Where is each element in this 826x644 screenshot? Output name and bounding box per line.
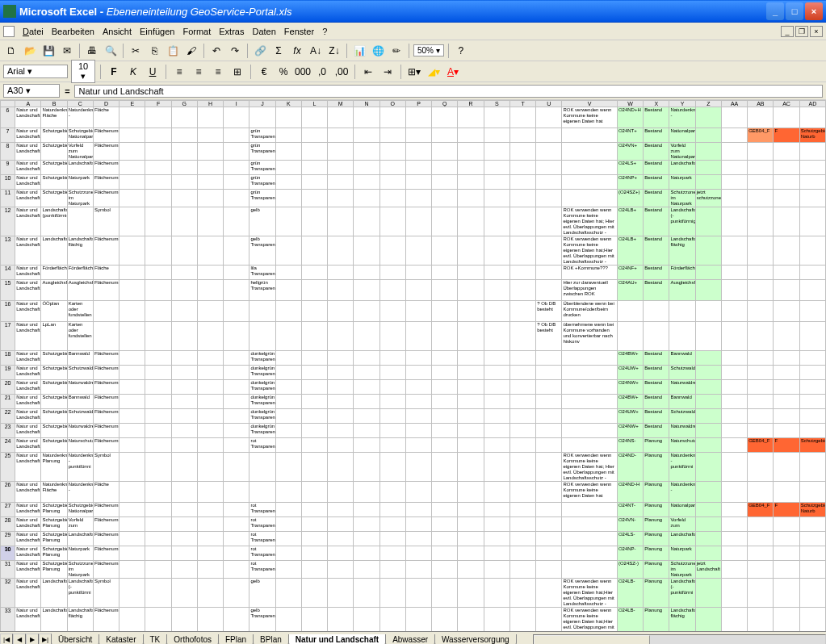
cell[interactable] [536, 351, 562, 366]
sort-asc-icon[interactable]: A↓ [308, 43, 324, 59]
tab-nav-last[interactable]: ▶| [39, 634, 52, 645]
cell[interactable]: Schutzgebiete [41, 438, 67, 453]
cell[interactable] [224, 207, 249, 236]
cell[interactable]: Landschaftsschutzgeb [67, 161, 93, 175]
cell[interactable] [458, 532, 484, 546]
cell[interactable] [799, 409, 825, 424]
cell[interactable] [774, 190, 799, 207]
cell[interactable] [748, 409, 774, 424]
cell[interactable]: (O24SZ-) [617, 561, 643, 579]
cell[interactable]: Natur und Landschaft [15, 503, 41, 517]
cell[interactable] [721, 546, 747, 561]
cell[interactable]: Bestand [644, 236, 669, 266]
cell[interactable] [354, 322, 379, 351]
cell[interactable] [799, 424, 825, 438]
cell[interactable] [432, 301, 458, 322]
cell[interactable] [509, 280, 535, 301]
cell[interactable] [432, 532, 458, 546]
cell[interactable] [748, 301, 774, 322]
cell[interactable] [171, 546, 197, 561]
cell[interactable] [249, 107, 275, 128]
cell[interactable] [536, 438, 562, 453]
cell[interactable] [119, 107, 145, 128]
cell[interactable] [774, 366, 799, 380]
row-header[interactable]: 25 [1, 453, 15, 482]
cell[interactable] [484, 207, 509, 236]
cell[interactable]: Nationalpark [669, 503, 695, 517]
cell[interactable]: ROK verwenden wenn Kommune keine eigenen… [562, 608, 618, 632]
cell[interactable] [432, 190, 458, 207]
cell[interactable] [695, 424, 721, 438]
cell[interactable] [354, 409, 379, 424]
col-header-M[interactable]: M [328, 101, 354, 107]
cell[interactable] [721, 143, 747, 161]
cell[interactable] [354, 395, 379, 409]
cell[interactable] [644, 322, 669, 351]
cell[interactable] [458, 503, 484, 517]
cell[interactable] [799, 351, 825, 366]
preview-icon[interactable]: 🔍 [103, 43, 119, 59]
cell[interactable] [484, 175, 509, 190]
col-header-N[interactable]: N [354, 101, 379, 107]
cell[interactable] [119, 482, 145, 503]
cell[interactable] [509, 161, 535, 175]
cell[interactable] [536, 266, 562, 280]
cell[interactable]: Schutzzone im Naturpark [669, 190, 695, 207]
cell[interactable] [405, 561, 431, 579]
cell[interactable] [328, 143, 354, 161]
col-header-J[interactable]: J [249, 101, 275, 107]
inc-indent-icon[interactable]: ⇥ [379, 64, 396, 80]
cell[interactable]: Planung [644, 453, 669, 482]
cell[interactable] [354, 143, 379, 161]
cell[interactable]: rot Transparent [249, 546, 275, 561]
cell[interactable] [562, 517, 618, 532]
cell[interactable]: Überblendene wenn bei Kommune/oder/beim … [562, 301, 618, 322]
cell[interactable] [774, 517, 799, 532]
menu-file[interactable]: Datei [23, 27, 44, 36]
cell[interactable] [275, 409, 301, 424]
col-header-R[interactable]: R [458, 101, 484, 107]
cell[interactable] [197, 175, 223, 190]
cell[interactable] [328, 438, 354, 453]
cell[interactable] [145, 395, 171, 409]
cell[interactable]: Vorfeld zum [669, 517, 695, 532]
cell[interactable] [695, 301, 721, 322]
cell[interactable] [119, 380, 145, 395]
cell[interactable]: O24NP+ [617, 175, 643, 190]
cell[interactable]: Schutzgebiete Planung [41, 546, 67, 561]
cell[interactable] [354, 424, 379, 438]
cell[interactable]: Naturschutzgebiet [669, 438, 695, 453]
cell[interactable] [484, 236, 509, 266]
cell[interactable] [536, 190, 562, 207]
cell[interactable] [249, 301, 275, 322]
cell[interactable] [224, 128, 249, 143]
cell[interactable] [405, 351, 431, 366]
cell[interactable]: Flächenumring [93, 128, 119, 143]
align-left-icon[interactable]: ≡ [171, 64, 187, 80]
cell[interactable] [799, 561, 825, 579]
cell[interactable] [171, 608, 197, 632]
cell[interactable] [171, 503, 197, 517]
cell[interactable] [328, 128, 354, 143]
cell[interactable] [432, 380, 458, 395]
cell[interactable] [275, 424, 301, 438]
cell[interactable]: O24LB+ [617, 207, 643, 236]
cell[interactable] [197, 351, 223, 366]
cell[interactable]: Flächenumring [93, 366, 119, 380]
cell[interactable] [458, 190, 484, 207]
col-header-D[interactable]: D [93, 101, 119, 107]
cell[interactable]: Naturdenkmal Fläche [41, 107, 67, 128]
cell[interactable]: Naturdenkmal - [67, 482, 93, 503]
cell[interactable]: Bannwald [67, 351, 93, 366]
cell[interactable] [145, 517, 171, 532]
cell[interactable] [119, 517, 145, 532]
cell[interactable]: Landschaftsbartandte flächig [67, 608, 93, 632]
cell[interactable] [432, 438, 458, 453]
row-header[interactable]: 18 [1, 351, 15, 366]
cell[interactable] [275, 366, 301, 380]
cell[interactable] [379, 380, 405, 395]
cell[interactable] [484, 424, 509, 438]
cell[interactable]: O24NP- [617, 546, 643, 561]
cell[interactable] [562, 128, 618, 143]
cell[interactable] [405, 107, 431, 128]
